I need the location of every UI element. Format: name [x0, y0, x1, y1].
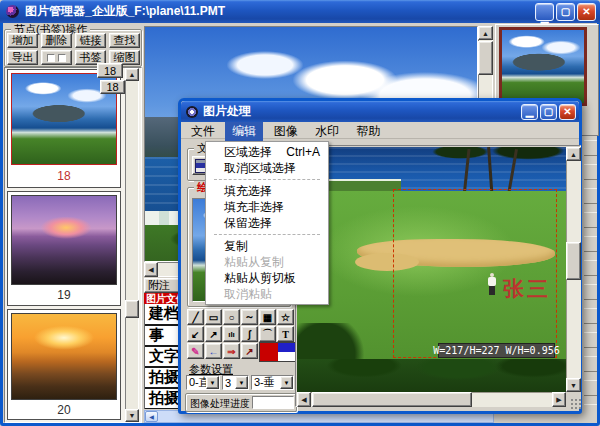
dialog-titlebar[interactable]: 图片处理 ▁ ▢ ✕: [181, 101, 579, 122]
menu-item-fill-selection[interactable]: 填充选择: [206, 183, 328, 199]
thumbnail-card-19[interactable]: 19: [7, 191, 121, 306]
main-view-scroll-left-icon[interactable]: ◀: [144, 262, 158, 277]
preview-image[interactable]: [499, 27, 587, 106]
tool-arrow-ne-button[interactable]: ↗: [205, 326, 222, 342]
direction-select[interactable]: 3-垂 ▼: [251, 375, 294, 390]
chevron-down-icon[interactable]: ▼: [235, 376, 248, 389]
export-button[interactable]: 导出: [7, 50, 38, 65]
menu-file[interactable]: 文件: [184, 122, 222, 141]
tool-region-button[interactable]: ▦: [259, 309, 276, 325]
maximize-button[interactable]: ▢: [556, 3, 575, 21]
palette-cell[interactable]: [260, 343, 278, 352]
palette-cell[interactable]: [260, 352, 278, 361]
canvas-scroll-down-icon[interactable]: ▼: [566, 378, 581, 392]
progress-group: 图像处理进度: [185, 393, 297, 412]
checkbox-icon: [47, 54, 55, 62]
checkbox-icon: [58, 54, 66, 62]
right-button-strip[interactable]: [584, 140, 597, 406]
menu-image[interactable]: 图像: [267, 122, 305, 141]
thumbnail-label-19: 19: [8, 288, 120, 302]
menu-help[interactable]: 帮助: [349, 122, 387, 141]
chevron-down-icon[interactable]: ▼: [280, 376, 293, 389]
tool-arc-button[interactable]: ⌒: [259, 326, 276, 342]
tool-arrow-sw-button[interactable]: ↙: [187, 326, 204, 342]
dialog-maximize-button[interactable]: ▢: [540, 104, 557, 120]
progress-label: 图像处理进度: [190, 397, 250, 411]
tool-spray-button[interactable]: ılı: [223, 326, 240, 342]
canvas-frame: 张三 W=217/H=227 W/H=0.956 ▲ ▼ ◀ ▶: [295, 145, 581, 407]
thumbnail-label-18: 18: [8, 169, 120, 183]
line-width-select[interactable]: 3 ▼: [222, 375, 249, 390]
thumbnail-image-19[interactable]: [11, 195, 117, 285]
tool-ellipse-button[interactable]: ○: [223, 309, 240, 325]
menu-item-cancel-region[interactable]: 取消区域选择: [206, 160, 328, 176]
node-number-badge-bottom[interactable]: 18: [100, 80, 125, 94]
tool-line-button[interactable]: ╱: [187, 309, 204, 325]
tool-squiggle-button[interactable]: ʃ: [241, 326, 258, 342]
shape-type-select[interactable]: 0-直线 ▼: [186, 375, 220, 390]
tool-star-button[interactable]: ☆: [277, 309, 294, 325]
close-button[interactable]: ✕: [577, 3, 596, 21]
tool-text-button[interactable]: T: [277, 326, 294, 342]
menu-watermark[interactable]: 水印: [308, 122, 346, 141]
application-screen: 图片管理器_企业版_F:\plane\11.PMT ▁ ▢ ✕ 节点(书签)操作…: [0, 0, 600, 426]
menu-item-fill-non-selection[interactable]: 填充非选择: [206, 199, 328, 215]
selection-rectangle[interactable]: [393, 189, 557, 358]
dialog-close-button[interactable]: ✕: [559, 104, 576, 120]
canvas-scroll-up-icon[interactable]: ▲: [566, 147, 581, 161]
edit-menu-dropdown: 区域选择Ctrl+A 取消区域选择 填充选择 填充非选择 保留选择 复制 粘贴从…: [205, 141, 329, 305]
add-button[interactable]: 增加: [7, 33, 38, 48]
minimize-button[interactable]: ▁: [535, 3, 554, 21]
thumbnail-label-20: 20: [8, 403, 120, 417]
tool-pen-button[interactable]: ↗: [241, 343, 258, 359]
dialog-icon: [186, 106, 198, 118]
thumbnail-scroll-thumb[interactable]: [125, 300, 139, 318]
tool-curve-button[interactable]: ～: [241, 309, 258, 325]
progress-bar: [252, 396, 294, 409]
canvas-hscroll-thumb[interactable]: [312, 392, 472, 407]
main-window-title: 图片管理器_企业版_F:\plane\11.PMT: [25, 3, 225, 20]
thumbnail-image-20[interactable]: [11, 313, 117, 400]
direction-value: 3-垂: [252, 375, 280, 390]
thumbnail-scrollbar[interactable]: [125, 68, 139, 422]
node-number-badge-top[interactable]: 18: [97, 63, 123, 78]
menu-item-paste-from-clipboard[interactable]: 粘贴从剪切板: [206, 270, 328, 286]
thumbnail-scroll-up-icon[interactable]: ▲: [125, 68, 139, 81]
menu-item-select-region[interactable]: 区域选择Ctrl+A: [206, 144, 328, 160]
tool-rectangle-button[interactable]: ▭: [205, 309, 222, 325]
canvas-vscroll-thumb[interactable]: [566, 242, 581, 280]
delete-button[interactable]: 删除: [41, 33, 72, 48]
menu-item-paste-from-copy: 粘贴从复制: [206, 254, 328, 270]
main-titlebar[interactable]: 图片管理器_企业版_F:\plane\11.PMT ▁ ▢ ✕: [0, 0, 600, 23]
app-icon: [6, 5, 19, 18]
canvas-scroll-right-icon[interactable]: ▶: [552, 392, 566, 407]
palette-cell[interactable]: [278, 343, 296, 352]
link-button[interactable]: 链接: [75, 33, 106, 48]
tab-notes-label: 附注: [148, 278, 170, 293]
menu-item-copy[interactable]: 复制: [206, 238, 328, 254]
menu-item-keep-selection[interactable]: 保留选择: [206, 215, 328, 231]
canvas-bushes-band: [297, 359, 566, 392]
canvas-scroll-left-icon[interactable]: ◀: [297, 392, 311, 407]
find-button[interactable]: 查找: [109, 33, 140, 48]
menu-separator: [214, 179, 320, 180]
dialog-menubar: 文件 编辑 图像 水印 帮助: [181, 122, 579, 139]
chevron-down-icon[interactable]: ▼: [206, 376, 219, 389]
resize-grip[interactable]: [570, 398, 581, 409]
dialog-minimize-button[interactable]: ▁: [521, 104, 538, 120]
tool-arrow-left-button[interactable]: ←: [205, 343, 222, 359]
notes-scroll-left-icon[interactable]: ◀: [145, 411, 158, 422]
thumbnail-scroll-down-icon[interactable]: ▼: [125, 409, 139, 422]
canvas[interactable]: 张三 W=217/H=227 W/H=0.956: [297, 147, 566, 392]
tool-brush-button[interactable]: ✎: [187, 343, 204, 359]
main-view-scroll-up-icon[interactable]: ▲: [478, 26, 493, 40]
bookmark-checkboxes-button[interactable]: [41, 50, 72, 65]
palette-cell[interactable]: [278, 352, 296, 361]
main-view-vscroll-thumb[interactable]: [478, 41, 493, 75]
color-palette[interactable]: [259, 342, 296, 362]
tool-arrow-right-button[interactable]: ⇒: [223, 343, 240, 359]
shape-type-value: 0-直线: [187, 375, 206, 390]
menu-edit[interactable]: 编辑: [225, 122, 263, 141]
thumbnail-card-20[interactable]: 20: [7, 309, 121, 420]
selection-info-readout: W=217/H=227 W/H=0.956: [438, 343, 555, 358]
